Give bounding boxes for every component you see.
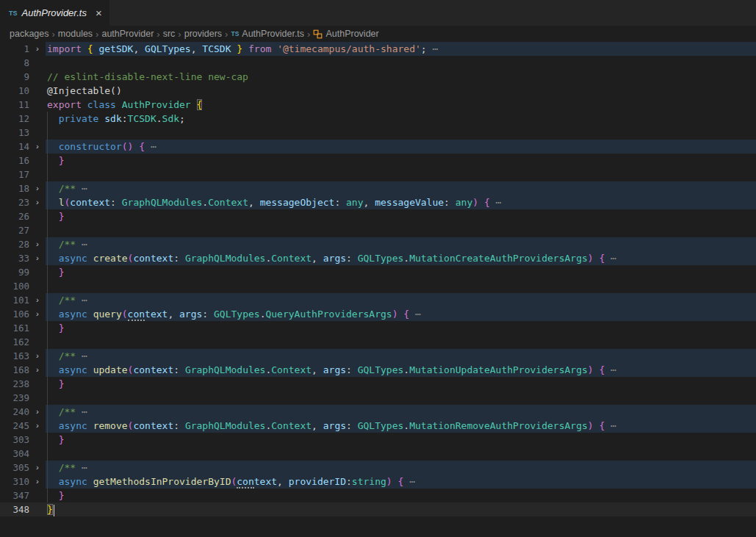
fold-chevron-icon[interactable]: › [29, 251, 46, 265]
code-content[interactable]: } [46, 265, 756, 279]
fold-chevron-icon[interactable]: › [29, 405, 46, 419]
code-line-305[interactable]: 305› /** ⋯ [0, 461, 756, 475]
code-line-14[interactable]: 14› constructor() { ⋯ [0, 140, 756, 154]
code-line-310[interactable]: 310› async getMethodsInProviderByID(cont… [0, 475, 756, 489]
folded-ellipsis[interactable]: ⋯ [432, 43, 438, 54]
code-content[interactable] [46, 335, 756, 349]
code-line-161[interactable]: 161 } [0, 321, 756, 335]
code-line-9[interactable]: 9// eslint-disable-next-line new-cap [0, 70, 756, 84]
code-line-240[interactable]: 240› /** ⋯ [0, 405, 756, 419]
folded-ellipsis[interactable]: ⋯ [82, 239, 87, 250]
code-content[interactable]: async create(context: GraphQLModules.Con… [46, 251, 756, 265]
code-content[interactable]: } [46, 502, 756, 516]
breadcrumb-item-packages[interactable]: packages [10, 29, 49, 39]
fold-chevron-icon[interactable]: › [29, 237, 46, 251]
code-content[interactable] [46, 56, 756, 70]
code-content[interactable] [46, 167, 756, 181]
code-content[interactable]: /** ⋯ [46, 405, 756, 419]
code-content[interactable]: } [46, 377, 756, 391]
code-content[interactable]: async remove(context: GraphQLModules.Con… [46, 419, 756, 433]
tab-close-icon[interactable]: × [96, 7, 102, 18]
code-content[interactable]: /** ⋯ [46, 349, 756, 363]
code-line-100[interactable]: 100 [0, 279, 756, 293]
code-line-27[interactable]: 27 [0, 223, 756, 237]
fold-chevron-icon[interactable]: › [29, 419, 46, 433]
code-content[interactable]: } [46, 433, 756, 447]
code-content[interactable] [46, 223, 756, 237]
breadcrumb-item-modules[interactable]: modules [58, 29, 93, 39]
code-line-168[interactable]: 168› async update(context: GraphQLModule… [0, 363, 756, 377]
fold-chevron-icon[interactable]: › [29, 349, 46, 363]
code-content[interactable]: async query(context, args: GQLTypes.Quer… [46, 307, 756, 321]
code-content[interactable]: export class AuthProvider { [46, 98, 756, 112]
code-content[interactable]: /** ⋯ [46, 461, 756, 475]
code-content[interactable]: l(context: GraphQLModules.Context, messa… [46, 195, 756, 209]
code-content[interactable]: constructor() { ⋯ [46, 140, 756, 154]
fold-chevron-icon[interactable]: › [29, 461, 46, 475]
code-line-163[interactable]: 163› /** ⋯ [0, 349, 756, 363]
code-content[interactable]: async getMethodsInProviderByID(context, … [46, 475, 756, 489]
code-line-348[interactable]: 348} [0, 502, 756, 516]
code-line-17[interactable]: 17 [0, 167, 756, 181]
breadcrumb-item-providers[interactable]: providers [184, 29, 222, 39]
breadcrumb-item-authprovider-ts[interactable]: TSAuthProvider.ts [231, 29, 304, 39]
code-line-1[interactable]: 1›import { getSDK, GQLTypes, TCSDK } fro… [0, 42, 756, 56]
code-line-28[interactable]: 28› /** ⋯ [0, 237, 756, 251]
folded-ellipsis[interactable]: ⋯ [611, 253, 616, 264]
folded-ellipsis[interactable]: ⋯ [82, 295, 87, 306]
code-line-8[interactable]: 8 [0, 56, 756, 70]
code-line-23[interactable]: 23› l(context: GraphQLModules.Context, m… [0, 195, 756, 209]
code-content[interactable]: import { getSDK, GQLTypes, TCSDK } from … [46, 42, 756, 56]
code-content[interactable]: } [46, 209, 756, 223]
code-content[interactable]: @Injectable() [46, 84, 756, 98]
code-line-18[interactable]: 18› /** ⋯ [0, 181, 756, 195]
fold-chevron-icon[interactable]: › [29, 307, 46, 321]
code-line-33[interactable]: 33› async create(context: GraphQLModules… [0, 251, 756, 265]
code-content[interactable]: /** ⋯ [46, 181, 756, 195]
code-content[interactable]: // eslint-disable-next-line new-cap [46, 70, 756, 84]
code-line-10[interactable]: 10@Injectable() [0, 84, 756, 98]
fold-chevron-icon[interactable]: › [29, 475, 46, 489]
code-content[interactable]: /** ⋯ [46, 237, 756, 251]
code-line-26[interactable]: 26 } [0, 209, 756, 223]
code-line-304[interactable]: 304 [0, 447, 756, 461]
fold-chevron-icon[interactable]: › [29, 140, 46, 154]
code-line-239[interactable]: 239 [0, 391, 756, 405]
fold-chevron-icon[interactable]: › [29, 42, 46, 56]
code-line-106[interactable]: 106› async query(context, args: GQLTypes… [0, 307, 756, 321]
code-content[interactable]: private sdk:TCSDK.Sdk; [46, 112, 756, 126]
code-line-347[interactable]: 347 } [0, 489, 756, 502]
fold-chevron-icon[interactable]: › [29, 363, 46, 377]
breadcrumb-item-authprovider[interactable]: AuthProvider [313, 29, 378, 39]
code-content[interactable]: } [46, 154, 756, 167]
folded-ellipsis[interactable]: ⋯ [82, 183, 87, 194]
code-content[interactable] [46, 126, 756, 140]
code-editor[interactable]: 1›import { getSDK, GQLTypes, TCSDK } fro… [0, 42, 756, 516]
code-line-245[interactable]: 245› async remove(context: GraphQLModule… [0, 419, 756, 433]
folded-ellipsis[interactable]: ⋯ [82, 350, 87, 361]
code-line-303[interactable]: 303 } [0, 433, 756, 447]
code-line-99[interactable]: 99 } [0, 265, 756, 279]
breadcrumb-item-authprovider[interactable]: authProvider [101, 29, 154, 39]
fold-chevron-icon[interactable]: › [29, 293, 46, 307]
code-content[interactable]: /** ⋯ [46, 293, 756, 307]
code-line-101[interactable]: 101› /** ⋯ [0, 293, 756, 307]
code-content[interactable]: async update(context: GraphQLModules.Con… [46, 363, 756, 377]
folded-ellipsis[interactable]: ⋯ [82, 406, 87, 417]
code-content[interactable]: } [46, 489, 756, 502]
code-line-16[interactable]: 16 } [0, 154, 756, 167]
folded-ellipsis[interactable]: ⋯ [611, 364, 616, 375]
folded-ellipsis[interactable]: ⋯ [151, 141, 156, 152]
code-content[interactable] [46, 279, 756, 293]
fold-chevron-icon[interactable]: › [29, 195, 46, 209]
fold-chevron-icon[interactable]: › [29, 181, 46, 195]
tab-authprovider[interactable]: TS AuthProvider.ts × [0, 0, 109, 26]
code-line-238[interactable]: 238 } [0, 377, 756, 391]
breadcrumb-item-src[interactable]: src [163, 29, 176, 39]
folded-ellipsis[interactable]: ⋯ [415, 309, 421, 320]
code-content[interactable]: } [46, 321, 756, 335]
folded-ellipsis[interactable]: ⋯ [611, 420, 616, 431]
code-line-12[interactable]: 12 private sdk:TCSDK.Sdk; [0, 112, 756, 126]
code-line-13[interactable]: 13 [0, 126, 756, 140]
code-content[interactable] [46, 391, 756, 405]
